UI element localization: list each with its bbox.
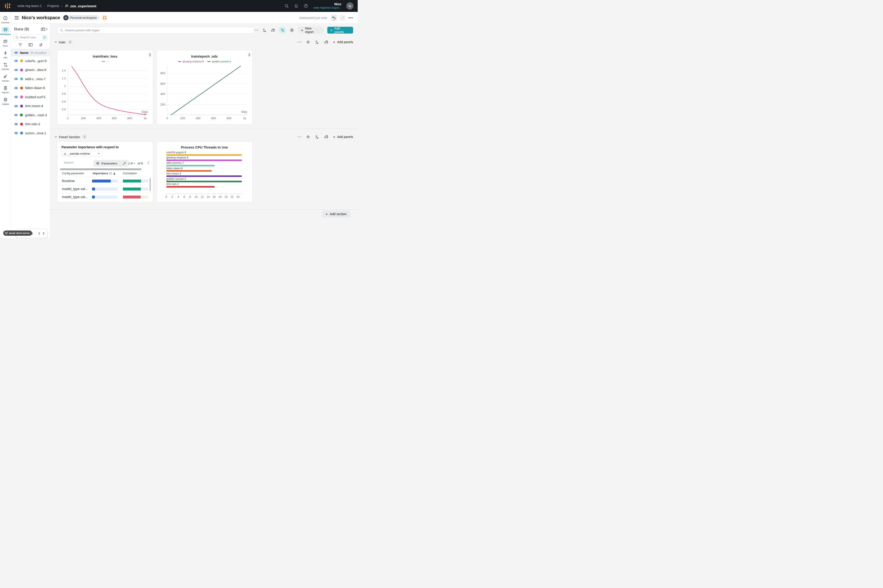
- toolbar-overflow-menu-icon[interactable]: [254, 28, 258, 32]
- parameters-button[interactable]: Parameters: [93, 160, 120, 167]
- run-name[interactable]: glowin...dow-8: [25, 68, 46, 72]
- sparkle-icon[interactable]: [306, 40, 310, 44]
- run-row[interactable]: colorfu...gurt-9: [11, 56, 50, 66]
- section-overflow-menu-icon[interactable]: [297, 135, 301, 139]
- section-title[interactable]: Panel Section: [59, 135, 80, 139]
- eye-icon[interactable]: [14, 123, 18, 126]
- sidebar-item-reports[interactable]: Reports: [0, 85, 11, 94]
- smoothing-iron-icon[interactable]: [324, 135, 328, 139]
- horizontal-scrollbar[interactable]: [60, 168, 141, 170]
- eye-icon[interactable]: [14, 96, 18, 99]
- smoothing-iron-icon[interactable]: [271, 28, 275, 33]
- clear-workspace-button[interactable]: [102, 15, 107, 21]
- page-next-button[interactable]: [42, 232, 45, 235]
- user-org-link[interactable]: smle-registries-bug-b...: [313, 6, 341, 10]
- run-row[interactable]: trim-rain-2: [11, 120, 50, 129]
- chevron-down-icon[interactable]: [54, 41, 57, 43]
- sidebar-item-artifacts[interactable]: Artifacts: [0, 97, 11, 105]
- sort-icon[interactable]: [39, 43, 43, 46]
- filter-icon[interactable]: [18, 43, 22, 46]
- breadcrumb-projects[interactable]: Projects: [47, 4, 59, 8]
- page-prev-button[interactable]: [38, 232, 40, 235]
- undo-button[interactable]: [331, 15, 337, 21]
- x-axis-settings-icon[interactable]: x: [262, 28, 267, 33]
- help-icon[interactable]: [304, 4, 308, 8]
- eye-icon[interactable]: [14, 132, 18, 135]
- hamburger-menu-icon[interactable]: [15, 16, 19, 20]
- eye-icon[interactable]: [14, 114, 18, 117]
- param-search-input[interactable]: [64, 161, 89, 164]
- display-settings-icon[interactable]: [28, 43, 33, 46]
- expand-runs-chevron-icon[interactable]: [46, 28, 48, 31]
- run-name[interactable]: fallen-dawn-6: [25, 86, 45, 90]
- section-title[interactable]: train: [59, 40, 66, 44]
- runs-search-input[interactable]: [20, 36, 39, 39]
- column-importance[interactable]: Importance: [93, 172, 115, 175]
- panel-drag-handle[interactable]: [148, 52, 151, 57]
- column-correlation[interactable]: Correlation: [123, 172, 137, 175]
- runs-list-header[interactable]: Name (9 visualize: [11, 49, 50, 56]
- add-panels-button[interactable]: + Add panels: [327, 27, 353, 34]
- chevron-left-icon[interactable]: [147, 161, 149, 165]
- panel-train-loss[interactable]: train/train_loss :- 0.40.60.811.21.40200…: [57, 50, 153, 124]
- sidebar-item-automat[interactable]: Automat.: [0, 62, 11, 70]
- cpu-threads-chart[interactable]: colorful-yogurt-9glowing-shadow-8wild-co…: [157, 150, 252, 200]
- run-name[interactable]: trim-rain-2: [25, 122, 40, 126]
- param-table-row[interactable]: model_type.val...: [57, 185, 153, 193]
- run-row[interactable]: fallen-dawn-6: [11, 84, 50, 93]
- run-row[interactable]: glowin...dow-8: [11, 66, 50, 75]
- panel-parameter-importance[interactable]: Parameter importance with respect to _wa…: [57, 141, 153, 202]
- eye-icon[interactable]: [14, 105, 18, 108]
- param-table-row[interactable]: Runtime: [57, 177, 153, 185]
- run-name[interactable]: summ...sma-1: [25, 131, 46, 135]
- run-row[interactable]: summ...sma-1: [11, 129, 50, 138]
- panel-search-input[interactable]: [65, 28, 252, 32]
- param-table-row[interactable]: model_type.val...: [57, 193, 153, 201]
- x-axis-settings-icon[interactable]: x: [315, 40, 319, 44]
- run-row[interactable]: trim-moon-4: [11, 102, 50, 111]
- eye-icon[interactable]: [14, 87, 18, 90]
- metric-select-dropdown[interactable]: _wandb.runtime: [61, 151, 102, 156]
- eye-icon[interactable]: [14, 78, 18, 80]
- wandb-logo-icon[interactable]: [4, 3, 11, 9]
- sidebar-item-jobs[interactable]: Jobs: [0, 50, 11, 59]
- eye-icon[interactable]: [14, 51, 18, 54]
- header-overflow-menu-icon[interactable]: [348, 16, 353, 20]
- runs-table-icon[interactable]: [41, 27, 45, 31]
- vertical-scrollbar[interactable]: [150, 178, 151, 191]
- sidebar-item-overview[interactable]: Overview: [0, 15, 11, 24]
- section-add-panels-button[interactable]: + Add panels: [333, 135, 353, 139]
- panel-cpu-threads[interactable]: Process CPU Threads In Use colorful-yogu…: [156, 141, 252, 202]
- remove-outliers-button[interactable]: [279, 27, 286, 33]
- run-name[interactable]: wild-c...mos-7: [25, 77, 45, 81]
- breadcrumb-team[interactable]: smle-reg-team-2: [17, 4, 42, 8]
- run-name[interactable]: colorfu...gurt-9: [25, 59, 46, 63]
- epoch-ndx-chart[interactable]: 20040060080002004006008001kStep: [157, 64, 252, 122]
- x-axis-settings-icon[interactable]: x: [315, 135, 319, 139]
- section-overflow-menu-icon[interactable]: [297, 40, 301, 44]
- eye-icon[interactable]: [14, 69, 18, 72]
- sidebar-item-runs[interactable]: Runs: [0, 38, 11, 47]
- eye-icon[interactable]: [14, 59, 18, 62]
- run-name[interactable]: golden...nset-3: [25, 113, 47, 117]
- param-pager[interactable]: 1-9▼ of 9: [128, 162, 143, 165]
- section-add-panels-button[interactable]: + Add panels: [333, 40, 353, 44]
- panel-drag-handle[interactable]: [248, 52, 250, 57]
- sparkle-icon[interactable]: [306, 135, 310, 139]
- sidebar-item-sweeps[interactable]: Sweeps: [0, 74, 11, 82]
- run-name[interactable]: exalted-surf-5: [25, 95, 45, 99]
- regex-toggle[interactable]: .*: [42, 35, 46, 39]
- redo-button[interactable]: [339, 15, 346, 21]
- add-section-button[interactable]: + Add section: [322, 211, 350, 218]
- avatar[interactable]: N: [346, 2, 354, 10]
- run-row[interactable]: exalted-surf-5: [11, 93, 50, 102]
- user-menu[interactable]: Nico smle-registries-bug-b...: [313, 2, 341, 10]
- settings-gear-icon[interactable]: [289, 28, 294, 33]
- new-report-button[interactable]: + New report: [298, 27, 324, 34]
- chevron-down-icon[interactable]: [54, 136, 57, 138]
- notifications-bell-icon[interactable]: [294, 4, 298, 8]
- run-row[interactable]: golden...nset-3: [11, 111, 50, 120]
- panel-epoch-ndx[interactable]: train/epoch_ndx glowing-shadow-8golden-s…: [156, 50, 252, 124]
- run-row[interactable]: wild-c...mos-7: [11, 75, 50, 84]
- train-loss-chart[interactable]: 0.40.60.811.21.402004006008001kStep: [57, 64, 153, 122]
